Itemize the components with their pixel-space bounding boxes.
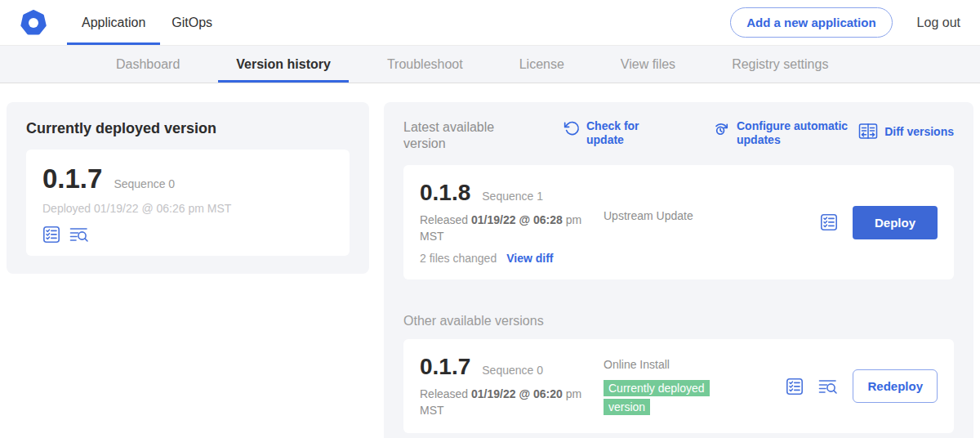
header-right: Add a new application Log out: [730, 0, 980, 45]
add-application-button[interactable]: Add a new application: [730, 7, 892, 38]
latest-sequence-label: Sequence 1: [482, 190, 543, 203]
files-changed-label: 2 files changed: [420, 252, 497, 265]
other-sequence-label: Sequence 0: [482, 364, 543, 377]
subnav-registry-settings[interactable]: Registry settings: [714, 46, 846, 83]
release-notes-icon[interactable]: [42, 226, 60, 244]
deployed-version-number: 0.1.7: [42, 163, 102, 194]
app-subnav: Dashboard Version history Troubleshoot L…: [0, 46, 980, 83]
redeploy-button[interactable]: Redeploy: [853, 369, 938, 403]
view-diff-link[interactable]: View diff: [506, 252, 553, 265]
main-content: Currently deployed version 0.1.7 Sequenc…: [0, 83, 980, 438]
release-notes-icon[interactable]: [786, 378, 804, 396]
latest-version-card: 0.1.8 Sequence 1 Released 01/19/22 @ 06:…: [403, 165, 954, 279]
tab-application[interactable]: Application: [67, 0, 160, 45]
subnav-view-files[interactable]: View files: [603, 46, 693, 83]
other-version-number: 0.1.7: [420, 354, 470, 380]
other-source-label: Online Install: [604, 358, 786, 371]
currently-deployed-title: Currently deployed version: [26, 120, 350, 137]
deploy-button[interactable]: Deploy: [853, 206, 938, 239]
configure-automatic-updates-button[interactable]: Configure automatic updates: [712, 119, 856, 147]
available-versions-panel: Latest available version Check for updat…: [384, 102, 973, 438]
check-for-update-button[interactable]: Check for update: [564, 119, 655, 147]
release-notes-icon[interactable]: [820, 213, 838, 231]
schedule-update-icon: [712, 119, 730, 139]
subnav-license[interactable]: License: [501, 46, 582, 83]
view-logs-icon[interactable]: [818, 378, 838, 396]
deployed-sequence-label: Sequence 0: [114, 177, 175, 190]
currently-deployed-badge: Currently deployed version: [604, 380, 710, 414]
diff-versions-button[interactable]: Diff versions: [858, 123, 954, 141]
logout-link[interactable]: Log out: [917, 16, 960, 30]
diff-versions-icon: [858, 123, 878, 141]
other-versions-title: Other available versions: [403, 314, 954, 328]
configure-automatic-updates-label: Configure automatic updates: [737, 119, 856, 147]
other-version-card: 0.1.7 Sequence 0 Released 01/19/22 @ 06:…: [403, 339, 954, 433]
currently-deployed-panel: Currently deployed version 0.1.7 Sequenc…: [7, 102, 369, 274]
latest-available-title: Latest available version: [403, 119, 511, 152]
top-header: Application GitOps Add a new application…: [0, 0, 980, 46]
diff-versions-label: Diff versions: [884, 125, 954, 139]
app-logo-icon[interactable]: [20, 10, 47, 36]
other-released-timestamp: Released 01/19/22 @ 06:20 pm MST: [420, 387, 604, 418]
header-nav: Application GitOps: [67, 0, 224, 45]
refresh-icon: [564, 119, 580, 137]
deployed-version-card: 0.1.7 Sequence 0 Deployed 01/19/22 @ 06:…: [26, 150, 350, 256]
subnav-troubleshoot[interactable]: Troubleshoot: [369, 46, 481, 83]
tab-gitops[interactable]: GitOps: [160, 0, 224, 45]
view-logs-icon[interactable]: [69, 226, 89, 244]
latest-released-timestamp: Released 01/19/22 @ 06:28 pm MST: [420, 212, 604, 244]
latest-version-number: 0.1.8: [420, 180, 470, 206]
check-for-update-label: Check for update: [586, 119, 655, 147]
latest-source-label: Upstream Update: [604, 180, 820, 265]
deployed-timestamp: Deployed 01/19/22 @ 06:26 pm MST: [42, 202, 333, 215]
subnav-dashboard[interactable]: Dashboard: [98, 46, 198, 83]
subnav-version-history[interactable]: Version history: [218, 46, 349, 83]
